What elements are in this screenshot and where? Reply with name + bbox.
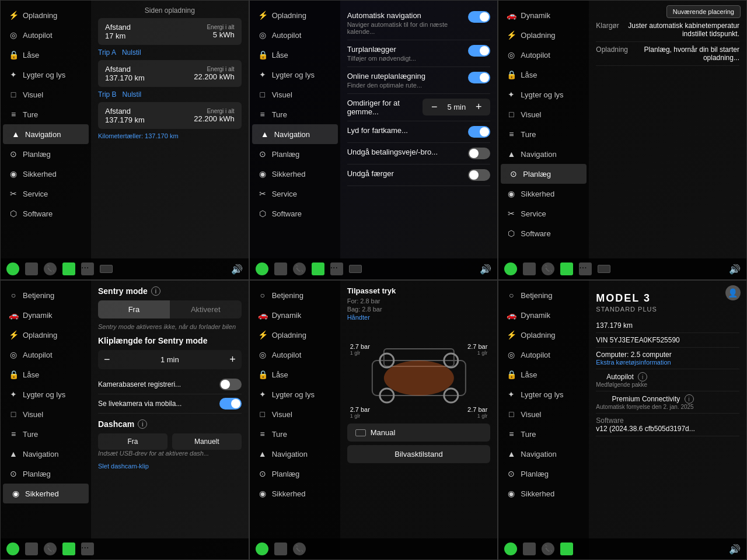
sidebar-item-lygter-4[interactable]: ✦Lygter og lys <box>1 384 91 404</box>
trip-planner-toggle[interactable] <box>468 45 490 57</box>
sidebar-item-planlaeg-4[interactable]: ⊙Planlæg <box>1 464 91 484</box>
media-rect-1[interactable] <box>100 265 113 273</box>
sidebar-item-navigation-6[interactable]: ▲Navigation <box>498 444 589 464</box>
sidebar-item-ture-4[interactable]: ≡Ture <box>1 424 91 444</box>
apps-button-1[interactable]: ··· <box>81 262 94 275</box>
nav-button-1[interactable] <box>62 262 75 275</box>
media-button-1[interactable] <box>25 262 38 275</box>
sentry-fra-btn[interactable]: Fra <box>98 300 170 318</box>
home-button-3[interactable] <box>504 262 517 275</box>
nav-button-6[interactable] <box>560 542 573 555</box>
media-rect-3[interactable] <box>598 265 610 273</box>
speed-cam-toggle[interactable] <box>468 126 490 138</box>
sidebar-item-ture-1[interactable]: ≡Ture <box>1 104 91 124</box>
sidebar-item-laase-1[interactable]: 🔒Låse <box>1 45 91 65</box>
sidebar-item-software-1[interactable]: ⬡Software <box>1 204 91 223</box>
sidebar-item-laase-2[interactable]: 🔒Låse <box>250 45 340 65</box>
sidebar-item-planlaeg-6[interactable]: ⊙Planlæg <box>498 464 589 484</box>
sidebar-item-betjening-5[interactable]: ○Betjening <box>250 285 340 305</box>
sidebar-item-lygter-1[interactable]: ✦Lygter og lys <box>1 65 91 85</box>
volume-icon-6[interactable]: 🔊 <box>729 544 741 555</box>
sidebar-item-autopilot-3[interactable]: ◎Autopilot <box>498 45 589 65</box>
sidebar-item-navigation-2[interactable]: ▲Navigation <box>252 124 338 144</box>
apps-button-2[interactable]: ··· <box>330 262 343 275</box>
clip-minus-btn[interactable]: − <box>104 354 110 366</box>
sidebar-item-service-2[interactable]: ✂Service <box>250 184 340 204</box>
spec-extra-link[interactable]: Ekstra køretøjsinformation <box>596 359 671 366</box>
clip-plus-btn[interactable]: + <box>229 354 236 366</box>
phone-button-3[interactable]: 📞 <box>542 262 554 275</box>
trip-b-reset[interactable]: Nulstil <box>123 90 142 99</box>
media-button-4[interactable] <box>25 542 38 555</box>
nav-button-4[interactable] <box>62 542 75 555</box>
connectivity-info-icon[interactable]: i <box>685 394 694 404</box>
sidebar-item-dynamik-4[interactable]: 🚗Dynamik <box>1 305 91 325</box>
sidebar-item-autopilot-4[interactable]: ◎Autopilot <box>1 345 91 365</box>
volume-icon-2[interactable]: 🔊 <box>480 264 491 275</box>
sidebar-item-laase-6[interactable]: 🔒Låse <box>498 365 589 384</box>
location-button[interactable]: Nuværende placering <box>666 5 741 18</box>
autopilot-info-icon[interactable]: i <box>638 372 647 382</box>
sidebar-item-planlaeg-1[interactable]: ⊙Planlæg <box>1 144 91 164</box>
phone-button-5[interactable]: 📞 <box>293 542 306 555</box>
camera-reg-toggle[interactable] <box>219 379 242 390</box>
sidebar-item-lygter-3[interactable]: ✦Lygter og lys <box>498 85 589 104</box>
sentry-aktiveret-btn[interactable]: Aktiveret <box>170 300 242 318</box>
sidebar-item-sikkerhed-6[interactable]: ◉Sikkerhed <box>498 484 589 503</box>
time-plus-btn[interactable]: + <box>473 101 484 113</box>
sidebar-item-navigation-1[interactable]: ▲Navigation <box>3 124 89 144</box>
dashcam-delete-link[interactable]: Slet dashcam-klip <box>98 463 242 470</box>
tire-handle-link[interactable]: Håndter <box>347 314 491 321</box>
sidebar-item-autopilot-6[interactable]: ◎Autopilot <box>498 345 589 365</box>
phone-button-4[interactable]: 📞 <box>44 542 57 555</box>
sidebar-item-visuel-2[interactable]: □Visuel <box>250 85 340 104</box>
trip-a-reset[interactable]: Nulstil <box>122 48 141 57</box>
sidebar-item-ture-2[interactable]: ≡Ture <box>250 104 340 124</box>
volume-icon-3[interactable]: 🔊 <box>729 264 741 275</box>
media-button-2[interactable] <box>274 262 287 275</box>
sidebar-item-planlaeg-5[interactable]: ⊙Planlæg <box>250 464 340 484</box>
time-minus-btn[interactable]: − <box>428 101 440 113</box>
plan-item-opladning[interactable]: Opladning Planlæg, hvornår din bil start… <box>596 42 739 66</box>
sentry-info-icon[interactable]: i <box>151 286 160 296</box>
dashcam-fra-btn[interactable]: Fra <box>98 433 167 450</box>
sidebar-item-sikkerhed-1[interactable]: ◉Sikkerhed <box>1 164 91 184</box>
nav-button-3[interactable] <box>560 262 573 275</box>
avoid-ferries-toggle[interactable] <box>468 169 490 181</box>
sidebar-item-visuel-1[interactable]: □Visuel <box>1 85 91 104</box>
media-button-5[interactable] <box>274 542 287 555</box>
sidebar-item-dynamik-3[interactable]: 🚗Dynamik <box>498 5 589 25</box>
sidebar-item-autopilot-2[interactable]: ◎Autopilot <box>250 25 340 45</box>
media-rect-2[interactable] <box>349 265 362 273</box>
sidebar-item-opladning-4[interactable]: ⚡Opladning <box>1 325 91 345</box>
sidebar-item-visuel-6[interactable]: □Visuel <box>498 404 589 424</box>
livecam-toggle[interactable] <box>219 398 242 410</box>
dashcam-info-icon[interactable]: i <box>138 419 147 429</box>
online-route-toggle[interactable] <box>468 72 490 83</box>
sidebar-item-planlaeg-3[interactable]: ⊙Planlæg <box>501 164 587 184</box>
sidebar-item-sikkerhed-2[interactable]: ◉Sikkerhed <box>250 164 340 184</box>
sidebar-item-opladning-2[interactable]: ⚡Opladning <box>250 5 340 25</box>
nav-button-2[interactable] <box>312 262 324 275</box>
sidebar-item-sikkerhed-3[interactable]: ◉Sikkerhed <box>498 184 589 204</box>
home-button-6[interactable] <box>504 542 517 555</box>
bilvask-btn[interactable]: Bilvasktilstand <box>347 445 491 463</box>
sidebar-item-opladning-5[interactable]: ⚡Opladning <box>250 325 340 345</box>
home-button-5[interactable] <box>256 542 268 555</box>
sidebar-item-ture-6[interactable]: ≡Ture <box>498 424 589 444</box>
sidebar-item-ture-5[interactable]: ≡Ture <box>250 424 340 444</box>
trip-a-label[interactable]: Trip A <box>98 48 116 57</box>
phone-button-6[interactable]: 📞 <box>542 542 554 555</box>
sidebar-item-autopilot-5[interactable]: ◎Autopilot <box>250 345 340 365</box>
auto-nav-toggle[interactable] <box>468 11 490 23</box>
sidebar-item-opladning-1[interactable]: ⚡Opladning <box>1 5 91 25</box>
plan-item-klargor[interactable]: Klargør Juster automatisk kabinetemperat… <box>596 18 739 42</box>
sidebar-item-visuel-3[interactable]: □Visuel <box>498 104 589 124</box>
sidebar-item-lygter-5[interactable]: ✦Lygter og lys <box>250 384 340 404</box>
sidebar-item-software-2[interactable]: ⬡Software <box>250 204 340 223</box>
sidebar-item-visuel-5[interactable]: □Visuel <box>250 404 340 424</box>
sidebar-item-opladning-6[interactable]: ⚡Opladning <box>498 325 589 345</box>
sidebar-item-laase-4[interactable]: 🔒Låse <box>1 365 91 384</box>
sidebar-item-service-1[interactable]: ✂Service <box>1 184 91 204</box>
avoid-tolls-toggle[interactable] <box>468 148 490 159</box>
